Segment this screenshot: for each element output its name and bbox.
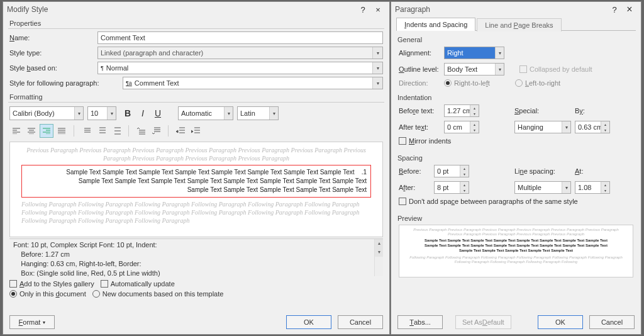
type-label: Style type: [9,49,97,57]
dialog-title: Paragraph [395,5,430,14]
dont-add-label: Don't add space between paragraphs of th… [409,198,578,205]
ltr-label: Left-to-right [525,79,560,87]
new-docs-label: New documents based on this template [103,290,224,298]
ltr-radio[interactable] [515,79,523,87]
name-label: Name: [9,34,97,42]
before-text-label: Before text: [399,107,444,115]
preview-previous: Previous Paragraph Previous Paragraph Pr… [21,146,371,162]
formatting-section-label: Formatting [3,91,389,102]
increase-indent-button[interactable] [189,124,203,138]
add-gallery-checkbox[interactable] [9,280,17,288]
properties-section-label: Properties [3,17,389,28]
by-spinner[interactable]: 0.63 cm▴▾ [575,121,610,133]
dialog-title: Modify Style [7,5,48,14]
cancel-button[interactable]: Cancel [338,315,383,329]
preview-box: Previous Paragraph Previous Paragraph Pr… [9,142,383,237]
alignment-label: Alignment: [399,49,444,57]
outline-dropdown[interactable]: Body Text▾ [444,63,504,76]
outline-label: Outline level: [399,65,444,73]
help-button[interactable]: ? [607,5,622,14]
align-center-button[interactable] [25,124,38,138]
name-input[interactable]: Comment Text [97,31,383,44]
sp-before-spinner[interactable]: 0 pt▴▾ [434,165,469,177]
sample-text-box: Sample Text Sample Text Sample Text Samp… [21,165,371,198]
cancel-button[interactable]: Cancel [589,315,635,329]
ok-button[interactable]: OK [286,315,331,329]
font-combo[interactable]: Calibri (Body)▾ [9,106,84,120]
preview-section: Preview [391,212,641,223]
indentation-section: Indentation [391,91,641,103]
size-combo[interactable]: 10▾ [87,106,116,120]
paragraph-preview: Previous Paragraph Previous Paragraph Pr… [399,225,633,277]
at-spinner[interactable]: 1.08▴▾ [575,181,610,194]
space-before-down-button[interactable] [149,124,163,138]
tab-indents-spacing[interactable]: Indents and Spacing [396,18,475,31]
bold-button[interactable]: B [120,106,135,120]
close-button[interactable]: × [370,5,386,14]
help-button[interactable]: ? [355,5,370,14]
mirror-checkbox[interactable] [399,137,406,145]
new-docs-radio[interactable] [92,290,100,298]
set-default-button[interactable]: Set As Default [455,315,511,329]
following-dropdown[interactable]: ¶aComment Text▾ [123,77,383,89]
rtl-radio[interactable] [444,79,452,87]
description-scrollbar[interactable]: ▴▾ [374,239,383,276]
linespacing-label: Line spacing: [514,167,575,175]
preview-following: Following Paragraph Following Paragraph … [21,200,371,225]
titlebar: Paragraph ? × [391,2,641,17]
tab-line-breaks[interactable]: Line and Page Breaks [477,18,561,31]
before-text-spinner[interactable]: 1.27 cm▴▾ [444,104,479,117]
alignment-dropdown[interactable]: Right▾ [444,47,504,59]
paragraph-dialog: Paragraph ? × Indents and Spacing Line a… [391,1,641,335]
titlebar: Modify Style ? × [3,2,389,17]
after-text-label: After text: [399,123,444,131]
decrease-indent-button[interactable] [174,124,187,138]
style-description: Font: 10 pt, Complex Script Font: 10 pt,… [9,238,383,276]
only-document-radio[interactable] [9,290,17,298]
only-document-label: Only in this document [19,290,86,298]
auto-update-label: Automatically update [111,280,175,288]
tabs-button[interactable]: Tabs... [397,315,443,329]
dont-add-checkbox[interactable] [399,198,406,205]
collapsed-label: Collapsed by default [530,65,592,73]
special-dropdown[interactable]: Hanging▾ [514,121,571,133]
align-left-button[interactable] [9,124,23,138]
at-label: At: [575,167,583,175]
sp-before-label: Before: [399,167,434,175]
italic-button[interactable]: I [135,106,150,120]
auto-update-checkbox[interactable] [101,280,108,288]
linespace-1-button[interactable] [79,124,93,138]
align-right-button[interactable] [40,124,53,138]
based-on-label: Style based on: [9,64,97,72]
by-label: By: [575,107,585,115]
modify-style-dialog: Modify Style ? × Properties Name: Commen… [3,1,390,335]
based-on-dropdown[interactable]: ¶Normal▾ [97,62,383,74]
spacing-section: Spacing [391,152,641,163]
script-combo[interactable]: Latin▾ [237,106,279,120]
after-text-spinner[interactable]: 0 cm▴▾ [444,121,479,133]
format-menu-button[interactable]: Format▾ [9,315,55,329]
style-type-dropdown[interactable]: Linked (paragraph and character)▾ [97,47,383,59]
direction-label: Direction: [399,79,444,87]
special-label: Special: [514,107,575,115]
collapsed-checkbox [519,65,527,73]
underline-button[interactable]: U [150,106,165,120]
linespace-2-button[interactable] [109,124,123,138]
align-justify-button[interactable] [55,124,69,138]
add-gallery-label: Add to the Styles gallery [19,280,94,288]
linespace-1_5-button[interactable] [94,124,108,138]
sp-after-spinner[interactable]: 8 pt▴▾ [434,181,469,194]
following-label: Style for following paragraph: [9,79,123,87]
ok-button[interactable]: OK [538,315,583,329]
linespacing-dropdown[interactable]: Multiple▾ [514,181,571,194]
space-before-up-button[interactable] [134,124,148,138]
close-button[interactable]: × [622,4,637,15]
rtl-label: Right-to-left [454,79,490,87]
mirror-label: Mirror indents [409,137,451,145]
sp-after-label: After: [399,184,434,191]
font-color-combo[interactable]: Automatic▾ [178,106,233,120]
general-section: General [391,33,641,45]
